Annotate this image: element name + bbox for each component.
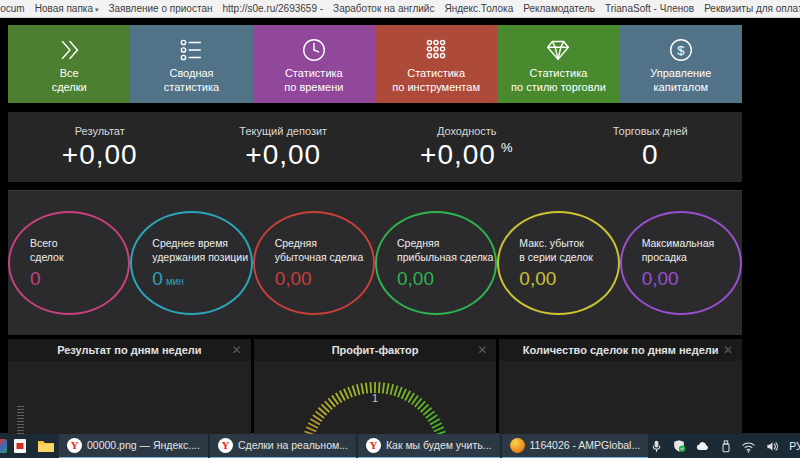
panel-profit-factor: Профит-фактор ✕ 1 — [254, 339, 497, 434]
stat-result-value: +0,00 — [62, 139, 138, 171]
usb-device-icon[interactable] — [720, 439, 732, 454]
bookmark-item[interactable]: Заработок на английс — [333, 3, 434, 14]
nav-tiles: Всесделки Своднаястатистика Статистикапо… — [8, 25, 742, 103]
system-tray: РУС 1 — [650, 439, 800, 454]
stat-trading-days: Торговых дней 0 — [559, 112, 743, 182]
chart-area — [499, 361, 742, 434]
bookmark-item[interactable]: Яндекс.Толока — [444, 3, 513, 14]
circle-total-trades-value: 0 — [30, 268, 128, 290]
gauge-tick-label: 1 — [372, 392, 378, 404]
circle-max-loss-series-value: 0,00 — [519, 268, 617, 290]
circle-max-drawdown: Максимальнаяпросадка 0,00 — [620, 211, 742, 315]
circle-max-loss-series: Макс. убытокв серии сделок 0,00 — [497, 211, 619, 315]
tile-capital-management[interactable]: $ Управлениекапиталом — [620, 25, 742, 103]
list-icon — [176, 34, 206, 66]
dashboard-background: Всесделки Своднаястатистика Статистикапо… — [0, 18, 800, 433]
bookmark-item[interactable]: Рекламодатель — [523, 3, 595, 14]
panel-title: Результат по дням недели — [57, 344, 201, 356]
stat-result: Результат +0,00 — [8, 112, 192, 182]
summary-stats-row: Результат +0,00 Текущий депозит +0,00 До… — [8, 112, 742, 182]
close-icon[interactable]: ✕ — [232, 343, 242, 357]
bookmark-item[interactable]: Реквизиты для оплаты — [704, 3, 800, 14]
bookmark-item[interactable]: http://s0e.ru/2693659 - — [222, 3, 323, 14]
double-chevron-right-icon — [54, 34, 84, 66]
tile-style-statistics[interactable]: Статистикапо стилю торговли — [497, 25, 619, 103]
wifi-icon[interactable] — [741, 440, 756, 453]
file-explorer-icon[interactable] — [33, 433, 59, 458]
svg-text:$: $ — [677, 43, 685, 58]
tile-instruments-statistics[interactable]: Статистикапо инструментам — [375, 25, 497, 103]
panel-result-by-weekday: Результат по дням недели ✕ — [8, 339, 251, 434]
bookmarks-bar: Docum Новая папка▾ Заявление о приостан … — [0, 0, 800, 18]
yandex-browser-icon: Y — [67, 438, 82, 453]
rotated-axis-text — [17, 406, 24, 434]
metric-circles-row: Всегосделок 0 Среднее времяудержания поз… — [8, 190, 742, 335]
stat-trading-days-value: 0 — [642, 139, 659, 171]
circle-avg-losing-trade-value: 0,00 — [275, 268, 373, 290]
stat-deposit-value: +0,00 — [245, 139, 321, 171]
tile-time-statistics[interactable]: Статистикапо времени — [253, 25, 375, 103]
panel-title: Профит-фактор — [332, 344, 419, 356]
bookmark-folder-new[interactable]: Новая папка▾ — [35, 3, 99, 14]
taskbar-window-2[interactable]: Y Сделки на реальном... — [210, 433, 356, 458]
dollar-icon: $ — [666, 34, 696, 66]
taskbar-window-4[interactable]: 1164026 - AMPGlobal... — [502, 433, 649, 458]
panel-title: Количество сделок по дням недели — [523, 344, 719, 356]
taskbar-window-3[interactable]: Y Как мы будем учить... — [358, 433, 500, 458]
profit-factor-gauge: 1 — [254, 361, 497, 434]
amp-app-icon — [510, 438, 525, 453]
panel-trades-by-weekday: Количество сделок по дням недели ✕ — [499, 339, 742, 434]
circle-avg-winning-trade: Средняяприбыльная сделка 0,00 — [375, 211, 497, 315]
stat-current-deposit: Текущий депозит +0,00 — [192, 112, 376, 182]
bookmark-item[interactable]: Заявление о приостан — [109, 3, 213, 14]
bookmark-item[interactable]: TrianaSoft - Членов — [605, 3, 694, 14]
tile-all-trades[interactable]: Всесделки — [8, 25, 130, 103]
circle-avg-losing-trade: Средняяубыточная сделка 0,00 — [253, 211, 375, 315]
circle-avg-hold-time-value: 0мин — [152, 268, 250, 290]
screen: Docum Новая папка▾ Заявление о приостан … — [0, 0, 800, 458]
close-icon[interactable]: ✕ — [723, 343, 733, 357]
dots-grid-icon — [421, 34, 451, 66]
onedrive-cloud-icon[interactable] — [695, 440, 711, 452]
volume-icon[interactable] — [765, 440, 780, 453]
microphone-icon[interactable] — [650, 439, 663, 454]
diamond-icon — [543, 34, 573, 66]
circle-avg-winning-trade-value: 0,00 — [397, 268, 495, 290]
circle-avg-hold-time: Среднее времяудержания позиции 0мин — [130, 211, 252, 315]
chevron-down-icon: ▾ — [95, 6, 99, 13]
chart-area — [8, 361, 251, 434]
taskbar: Y 00000.png — Яндекс.... Y Сделки на реа… — [0, 433, 800, 458]
bookmark-item[interactable]: Docum — [0, 3, 25, 14]
language-indicator[interactable]: РУС — [789, 440, 800, 452]
stat-profitability: Доходность +0,00% — [375, 112, 559, 182]
clipped-app-icon[interactable] — [0, 439, 7, 453]
close-icon[interactable]: ✕ — [477, 343, 487, 357]
yandex-browser-icon: Y — [218, 438, 233, 453]
stat-profitability-value: +0,00% — [420, 139, 513, 171]
circle-total-trades: Всегосделок 0 — [8, 211, 130, 315]
circle-max-drawdown-value: 0,00 — [642, 268, 740, 290]
tile-summary-statistics[interactable]: Своднаястатистика — [130, 25, 252, 103]
chart-panels-row: Результат по дням недели ✕ Профит-фактор… — [8, 339, 742, 434]
yandex-browser-icon: Y — [366, 438, 381, 453]
pdf-app-icon[interactable] — [7, 433, 33, 458]
clock-icon — [299, 34, 329, 66]
defender-shield-icon[interactable] — [672, 439, 686, 453]
taskbar-window-1[interactable]: Y 00000.png — Яндекс.... — [59, 433, 208, 458]
